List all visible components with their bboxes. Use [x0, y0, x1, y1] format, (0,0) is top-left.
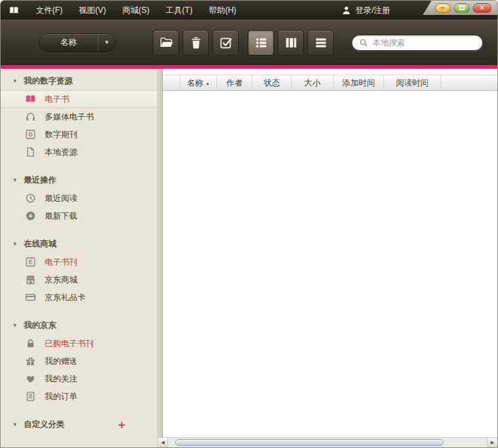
section-my-jd: ▼ 我的京东 已购电子书刊 我的赠送 我的关注 我的订单 [1, 316, 157, 405]
app-window: 文件(F) 视图(V) 商城(S) 工具(T) 帮助(H) 登录/注册 − × … [0, 0, 498, 448]
column-header-status[interactable]: 状态 [252, 75, 292, 90]
gift-icon [25, 356, 36, 367]
item-label: 数字期刊 [45, 129, 77, 141]
section-custom-categories: ▼ 自定义分类 ＋ [1, 415, 157, 434]
sidebar-item-jd-mall[interactable]: 京东商城 [1, 271, 157, 288]
batch-select-button[interactable] [212, 30, 239, 56]
collapse-arrow-icon: ▼ [12, 177, 18, 183]
scrollbar-track[interactable] [168, 438, 487, 447]
item-label: 电子书刊 [45, 257, 77, 268]
section-header-custom-categories[interactable]: ▼ 自定义分类 ＋ [1, 415, 157, 434]
gift-card-icon [25, 292, 36, 303]
storefront-icon [25, 274, 36, 285]
menubar: 文件(F) 视图(V) 商城(S) 工具(T) 帮助(H) 登录/注册 − × [1, 1, 497, 20]
list-view-icon [254, 35, 269, 50]
column-label: 阅读时间 [396, 77, 429, 89]
menu-items: 文件(F) 视图(V) 商城(S) 工具(T) 帮助(H) [28, 1, 244, 20]
column-label: 作者 [227, 77, 243, 89]
headphones-icon [25, 111, 36, 122]
search-box [351, 35, 483, 51]
sidebar-item-ebooks[interactable]: 电子书 [1, 90, 157, 108]
book-list-panel: 名称 ▲ 作者 状态 大小 添加时间 阅读时间 [163, 69, 497, 447]
collapse-arrow-icon: ▼ [12, 241, 18, 247]
lock-icon [25, 338, 36, 349]
window-controls: − × [423, 1, 497, 15]
section-title: 在线商城 [24, 238, 56, 250]
item-label: 本地资源 [45, 147, 77, 158]
sidebar-item-local-resources[interactable]: 本地资源 [1, 143, 157, 161]
sidebar-item-latest-downloads[interactable]: 最新下载 [1, 207, 157, 225]
column-header-size[interactable]: 大小 [292, 75, 334, 90]
svg-text:E: E [28, 259, 33, 265]
menu-file[interactable]: 文件(F) [28, 1, 71, 20]
column-header-read-time[interactable]: 阅读时间 [384, 75, 441, 90]
section-recent-actions: ▼ 最近操作 最近阅读 最新下载 [1, 170, 157, 225]
item-label: 电子书 [45, 94, 69, 105]
collapse-arrow-icon: ▼ [12, 322, 18, 329]
maximize-button[interactable] [454, 3, 470, 13]
sidebar-item-my-favorites[interactable]: 我的关注 [1, 370, 157, 388]
folder-icon [159, 35, 174, 50]
menu-help[interactable]: 帮助(H) [201, 1, 245, 20]
column-header-blank [163, 75, 180, 90]
sort-by-dropdown[interactable]: 名称 ▼ [39, 33, 116, 52]
list-view-button[interactable] [248, 30, 274, 56]
collapse-arrow-icon: ▼ [12, 78, 18, 84]
scrollbar-thumb[interactable] [175, 439, 444, 446]
menu-tools[interactable]: 工具(T) [157, 1, 200, 20]
delete-button[interactable] [183, 30, 209, 56]
item-label: 京东商城 [45, 274, 77, 286]
item-label: 已购电子书刊 [45, 338, 94, 350]
cover-view-button[interactable] [277, 30, 304, 56]
scroll-left-button[interactable]: ◀ [158, 438, 168, 447]
item-label: 我的赠送 [45, 356, 77, 367]
scroll-right-button[interactable]: ▶ [487, 438, 497, 447]
section-title: 最近操作 [24, 174, 56, 186]
checkbox-icon [218, 35, 233, 50]
sort-ascending-icon: ▲ [206, 81, 210, 86]
clock-icon [25, 193, 36, 204]
detail-view-button[interactable] [307, 30, 334, 56]
sidebar-item-recent-reads[interactable]: 最近阅读 [1, 189, 157, 207]
column-header-author[interactable]: 作者 [217, 75, 252, 90]
open-folder-button[interactable] [153, 30, 179, 56]
menu-view[interactable]: 视图(V) [71, 1, 114, 20]
column-label: 大小 [305, 77, 321, 89]
sidebar: ▼ 我的数字资源 电子书 多媒体电子书 D 数字期刊 本地资源 [1, 69, 158, 447]
section-online-store: ▼ 在线商城 E 电子书刊 京东商城 京东礼品卡 [1, 234, 157, 306]
content: ▼ 我的数字资源 电子书 多媒体电子书 D 数字期刊 本地资源 [1, 69, 497, 447]
ebook-icon [25, 94, 36, 105]
close-button[interactable]: × [473, 3, 491, 13]
search-input[interactable] [372, 38, 476, 48]
menu-store[interactable]: 商城(S) [114, 1, 157, 20]
item-label: 京东礼品卡 [45, 292, 85, 303]
sidebar-item-multimedia-ebooks[interactable]: 多媒体电子书 [1, 108, 157, 126]
section-header-my-digital-resources[interactable]: ▼ 我的数字资源 [1, 71, 157, 90]
local-files-icon [25, 147, 36, 157]
section-title: 自定义分类 [24, 419, 64, 430]
sidebar-item-purchased-ebooks[interactable]: 已购电子书刊 [1, 335, 157, 352]
login-register-link[interactable]: 登录/注册 [356, 5, 390, 16]
maximize-icon [459, 5, 465, 10]
sidebar-item-jd-gift-card[interactable]: 京东礼品卡 [1, 288, 157, 306]
toolbar: 名称 ▼ [1, 20, 497, 65]
column-label: 添加时间 [343, 77, 375, 89]
item-label: 最近阅读 [45, 193, 77, 204]
add-category-button[interactable]: ＋ [116, 419, 128, 430]
sidebar-item-digital-journals[interactable]: D 数字期刊 [1, 126, 157, 143]
section-header-online-store[interactable]: ▼ 在线商城 [1, 234, 157, 253]
sidebar-item-my-orders[interactable]: 我的订单 [1, 388, 157, 405]
sidebar-item-ebook-store[interactable]: E 电子书刊 [1, 253, 157, 271]
column-label: 状态 [264, 77, 280, 89]
view-switch-group [248, 30, 334, 56]
column-label: 名称 [187, 77, 204, 89]
collapse-arrow-icon: ▼ [12, 422, 18, 428]
trash-icon [189, 35, 204, 50]
sidebar-item-my-gifts[interactable]: 我的赠送 [1, 352, 157, 370]
sidebar-splitter[interactable] [158, 69, 163, 447]
column-header-name[interactable]: 名称 ▲ [180, 75, 217, 90]
minimize-button[interactable]: − [435, 3, 451, 13]
column-header-added-time[interactable]: 添加时间 [334, 75, 384, 90]
section-header-my-jd[interactable]: ▼ 我的京东 [1, 316, 157, 335]
section-header-recent-actions[interactable]: ▼ 最近操作 [1, 170, 157, 189]
